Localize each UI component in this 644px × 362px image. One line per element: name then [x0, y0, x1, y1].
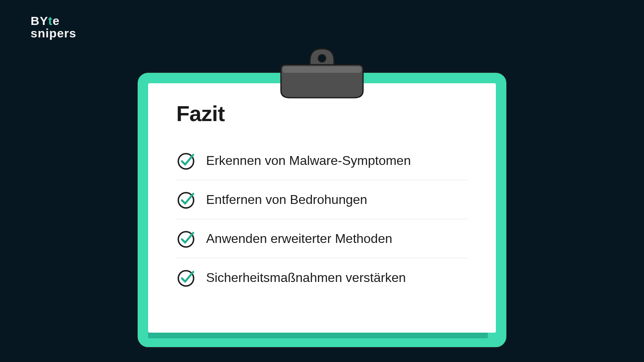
svg-point-0 [318, 55, 326, 62]
checklist-item-label: Sicherheitsmaßnahmen verstärken [206, 270, 406, 285]
checklist-item-label: Erkennen von Malware-Symptomen [206, 153, 411, 168]
clipboard: Fazit Erkennen von Malware-Symptomen [137, 72, 507, 348]
clipboard-clip-icon [274, 46, 370, 104]
logo-text-part: sn [31, 27, 45, 40]
checklist-item: Sicherheitsmaßnahmen verstärken [176, 258, 468, 297]
logo-text-part: BY [31, 14, 48, 27]
checklist-item-label: Anwenden erweiterter Methoden [206, 231, 392, 246]
checkmark-circle-icon [176, 190, 196, 209]
card-title: Fazit [176, 101, 468, 126]
checklist: Erkennen von Malware-Symptomen Entfernen… [176, 141, 468, 297]
logo-text-part: pers [49, 27, 76, 40]
logo-text-accent: i [45, 27, 49, 40]
checklist-item: Anwenden erweiterter Methoden [176, 219, 468, 258]
checklist-item: Erkennen von Malware-Symptomen [176, 141, 468, 180]
checkmark-circle-icon [176, 229, 196, 248]
brand-logo: BYte snipers [31, 15, 76, 39]
logo-text-accent: t [48, 14, 53, 27]
checklist-item: Entfernen von Bedrohungen [176, 180, 468, 219]
logo-text-part: e [53, 14, 60, 27]
checkmark-circle-icon [176, 268, 196, 287]
svg-rect-1 [283, 66, 361, 73]
checklist-item-label: Entfernen von Bedrohungen [206, 192, 367, 207]
clipboard-board: Fazit Erkennen von Malware-Symptomen [137, 72, 507, 348]
checkmark-circle-icon [176, 151, 196, 170]
clipboard-paper: Fazit Erkennen von Malware-Symptomen [148, 83, 496, 333]
